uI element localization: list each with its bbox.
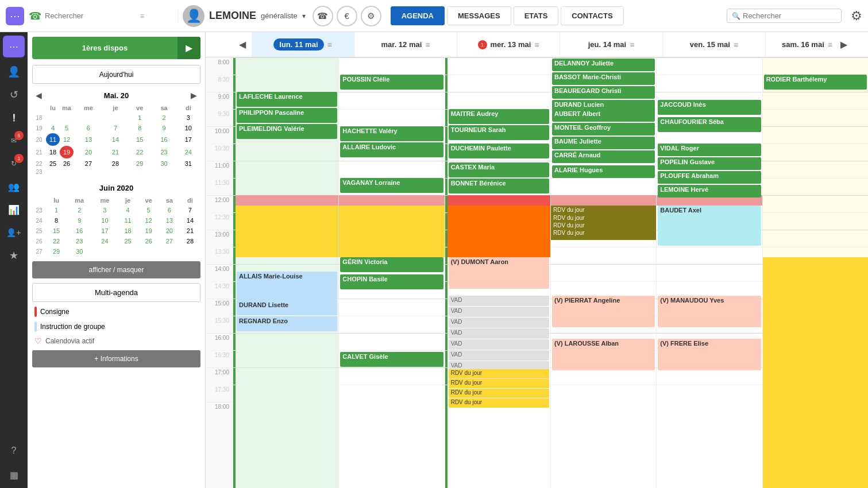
sidebar-item-chart[interactable]: 📊	[3, 199, 25, 220]
appt-castex[interactable]: CASTEX Maria	[449, 162, 549, 177]
sidebar-item-group[interactable]: 👥	[3, 176, 25, 197]
cal-day[interactable]: 20	[74, 146, 103, 158]
appt-chopin[interactable]: CHOPIN Basile	[340, 274, 443, 289]
cal-day[interactable]: 16	[67, 226, 92, 236]
appt-popelin[interactable]: POPELIN Gustave	[658, 157, 761, 170]
appt-baudet[interactable]: BAUDET Axel	[658, 206, 761, 246]
cal-day[interactable]: 3	[176, 113, 200, 123]
appt-monteil[interactable]: MONTEIL Geoffroy	[552, 123, 655, 135]
wed-list-icon[interactable]: ≡	[534, 40, 539, 49]
cal-day[interactable]: 23	[67, 236, 92, 246]
friday-col[interactable]: JACCOUD Inès CHAUFOURIER Séba VIDAL Roge…	[657, 57, 762, 488]
cal-day[interactable]: 24	[92, 236, 117, 246]
appt-gerin[interactable]: GÉRIN Victoria	[340, 257, 443, 272]
fri-list-icon[interactable]: ≡	[734, 40, 738, 49]
tab-contacts[interactable]: CONTACTS	[561, 6, 623, 25]
monday-col[interactable]: LAFLECHE Laurence PHILIPPON Pascaline PL…	[233, 57, 339, 488]
sidebar-item-user-plus[interactable]: 👤+	[3, 222, 25, 243]
dropdown-icon[interactable]: ▾	[302, 12, 306, 20]
sat-nav-next[interactable]: ▶	[836, 37, 852, 52]
appt-dumont[interactable]: (V) DUMONT Aaron	[449, 257, 549, 289]
thu-list-icon[interactable]: ≡	[630, 40, 634, 49]
cal-day[interactable]: 18	[46, 146, 60, 158]
may-next-btn[interactable]: ▶	[187, 90, 200, 101]
cal-day[interactable]: 15	[128, 133, 152, 146]
cal-day[interactable]: 12	[138, 215, 159, 226]
rdv-wed-2[interactable]: RDV du jour	[449, 379, 549, 388]
appt-aubert[interactable]: AUBERT Albert	[552, 109, 655, 122]
cal-day[interactable]	[60, 113, 74, 123]
tab-messages[interactable]: MESSAGES	[447, 6, 511, 25]
appt-pierrat[interactable]: (V) PIERRAT Angeline	[552, 296, 655, 327]
vad-1[interactable]: VAD	[449, 296, 549, 306]
appt-hachette[interactable]: HACHETTE Valéry	[340, 126, 443, 141]
today-btn[interactable]: Aujourd'hui	[32, 65, 200, 84]
global-search-input[interactable]	[743, 11, 836, 20]
cal-day[interactable]: 27	[159, 236, 180, 246]
appt-philippon[interactable]: PHILIPPON Pascaline	[237, 108, 337, 123]
cal-day[interactable]: 29	[128, 158, 152, 169]
appt-vaganay[interactable]: VAGANAY Lorraine	[340, 178, 443, 193]
cal-day[interactable]: 30	[67, 246, 92, 257]
appt-plouffe[interactable]: PLOUFFE Abraham	[658, 171, 761, 184]
appt-duchemin[interactable]: DUCHEMIN Paulette	[449, 144, 549, 158]
rdv-wed-4[interactable]: RDV du jour	[449, 398, 549, 408]
appt-durand-lisette[interactable]: DURAND Lisette	[237, 300, 337, 315]
cal-day[interactable]: 14	[103, 133, 128, 146]
appt-calvet[interactable]: CALVET Gisèle	[340, 352, 443, 367]
may-prev-btn[interactable]: ◀	[32, 90, 45, 101]
sidebar-item-refresh[interactable]: ↻ 1	[3, 153, 25, 175]
rdv-wed-3[interactable]: RDV du jour	[449, 389, 549, 398]
cal-day[interactable]: 12	[60, 133, 74, 146]
cal-day[interactable]: 16	[152, 133, 176, 146]
cal-day[interactable]	[46, 113, 60, 123]
appt-allais[interactable]: ALLAIS Marie-Louise	[237, 272, 337, 300]
sidebar-item-grid[interactable]: ▦	[3, 464, 25, 486]
appt-baume[interactable]: BAUME Juliette	[552, 137, 655, 149]
rdv-wed-1[interactable]: RDV du jour	[449, 369, 549, 378]
cal-day[interactable]: 3	[92, 205, 117, 215]
appt-rodier[interactable]: RODIER Barthélemy	[764, 75, 867, 90]
cal-day[interactable]: 26	[60, 158, 74, 169]
appt-chaufourier[interactable]: CHAUFOURIER Séba	[658, 117, 761, 132]
wednesday-col[interactable]: MAITRE Audrey TOURNEUR Sarah DUCHEMIN Pa…	[445, 57, 551, 488]
cal-day[interactable]: 26	[138, 236, 159, 246]
cal-day[interactable]: 30	[152, 158, 176, 169]
vad-2[interactable]: VAD	[449, 307, 549, 317]
cal-day[interactable]: 20	[159, 226, 180, 236]
thursday-col[interactable]: RDV du jour RDV du jour RDV du jour RDV …	[551, 57, 657, 488]
first-dispo-btn[interactable]: 1ères dispos ▶	[32, 37, 200, 59]
cal-day[interactable]: 11	[118, 215, 138, 226]
cal-day-today[interactable]: 19	[60, 146, 74, 158]
tab-etats[interactable]: ETATS	[514, 6, 559, 25]
cal-day[interactable]: 31	[176, 158, 200, 169]
info-btn[interactable]: + Informations	[32, 350, 200, 367]
sidebar-item-star[interactable]: ★	[3, 245, 25, 266]
appt-carre[interactable]: CARRÉ Arnaud	[552, 150, 655, 163]
sat-list-icon[interactable]: ≡	[828, 40, 832, 49]
tue-list-icon[interactable]: ≡	[425, 40, 430, 49]
appt-regnard[interactable]: REGNARD Enzo	[237, 316, 337, 331]
cal-day[interactable]: 8	[128, 123, 152, 133]
tab-agenda[interactable]: AGENDA	[391, 6, 445, 25]
sidebar-item-question[interactable]: ?	[3, 440, 25, 462]
cal-day[interactable]: 24	[176, 146, 200, 158]
sidebar-item-alert[interactable]: ❕	[3, 107, 25, 129]
cal-day[interactable]: 10	[176, 123, 200, 133]
appt-bonnet[interactable]: BONNET Bérénice	[449, 179, 549, 193]
cal-day[interactable]: 2	[152, 113, 176, 123]
cal-day[interactable]: 8	[46, 215, 67, 226]
list-icon[interactable]: ≡	[140, 12, 144, 20]
cal-day[interactable]: 28	[180, 236, 200, 246]
appt-vidal[interactable]: VIDAL Roger	[658, 144, 761, 156]
sidebar-item-mail[interactable]: ✉ 6	[3, 130, 25, 152]
search-dossier-input[interactable]	[45, 11, 137, 20]
vad-6[interactable]: VAD	[449, 350, 549, 361]
cal-day[interactable]: 22	[128, 146, 152, 158]
appt-beauregard[interactable]: BEAUREGARD Christi	[552, 86, 655, 99]
vad-3[interactable]: VAD	[449, 317, 549, 328]
cal-day[interactable]: 19	[138, 226, 159, 236]
appt-allaire[interactable]: ALLAIRE Ludovic	[340, 142, 443, 157]
appt-frere[interactable]: (V) FRERE Elise	[658, 339, 761, 370]
appt-poussin[interactable]: POUSSIN Clélie	[340, 75, 443, 90]
